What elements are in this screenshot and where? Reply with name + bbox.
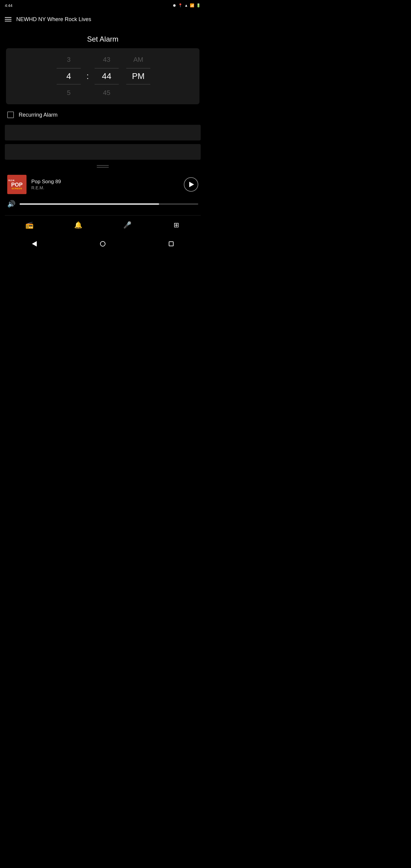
- status-icons: ⏺ 📍 ▲ 📶 🔋: [173, 3, 201, 7]
- status-bar: 4:44 ⏺ 📍 ▲ 📶 🔋: [0, 0, 205, 11]
- battery-icon: 🔋: [196, 3, 201, 7]
- mic-nav-icon: 🎤: [123, 221, 131, 229]
- home-button[interactable]: [97, 239, 108, 249]
- ampm-selected[interactable]: PM: [123, 68, 153, 84]
- recents-button[interactable]: [166, 239, 177, 249]
- minute-selected[interactable]: 44: [90, 68, 123, 84]
- radio-nav-item[interactable]: 📻: [20, 218, 38, 232]
- grid-nav-item[interactable]: ⊞: [167, 218, 185, 232]
- recurring-alarm-row[interactable]: Recurring Alarm: [5, 104, 201, 123]
- volume-icon: 🔊: [7, 200, 15, 208]
- ampm-below: [123, 85, 153, 101]
- volume-slider[interactable]: [20, 204, 198, 205]
- app-title: NEWHD NY Where Rock Lives: [16, 16, 91, 23]
- minute-below: 45: [90, 85, 123, 101]
- ampm-column[interactable]: AM PM: [123, 52, 153, 101]
- grid-nav-icon: ⊞: [173, 221, 179, 229]
- main-content: Set Alarm 3 4 5 : 43 44 45: [0, 28, 205, 235]
- system-nav: [0, 235, 205, 253]
- mic-nav-item[interactable]: 🎤: [118, 218, 136, 232]
- hour-selected[interactable]: 4: [52, 68, 85, 84]
- hour-column[interactable]: 3 4 5: [52, 52, 85, 101]
- alarm-label-input-2[interactable]: [5, 144, 201, 160]
- album-sub-text: SCREEN: [11, 187, 22, 190]
- signal-icon: 📶: [190, 3, 194, 7]
- alarm-label-input-1[interactable]: [5, 125, 201, 141]
- wifi-icon: ▲: [184, 3, 188, 7]
- volume-icon-wrap: 🔊: [7, 200, 15, 208]
- recents-icon: [169, 241, 173, 246]
- hour-above: 3: [52, 52, 85, 67]
- bottom-nav: 📻 🔔 🎤 ⊞: [5, 215, 201, 235]
- minute-column[interactable]: 43 44 45: [90, 52, 123, 101]
- album-art: R.E.M. POP SCREEN: [7, 175, 27, 194]
- time-colon: :: [85, 71, 90, 81]
- minute-above: 43: [90, 52, 123, 67]
- record-icon: ⏺: [173, 3, 176, 7]
- recurring-label: Recurring Alarm: [19, 112, 58, 118]
- track-artist: R.E.M.: [31, 185, 179, 190]
- track-info: Pop Song 89 R.E.M.: [31, 179, 179, 190]
- play-icon: [189, 182, 194, 187]
- volume-fill: [20, 204, 159, 205]
- track-title: Pop Song 89: [31, 179, 179, 185]
- menu-button[interactable]: [5, 17, 11, 22]
- status-time: 4:44: [5, 3, 12, 8]
- back-icon: [32, 241, 37, 247]
- drag-handle[interactable]: [5, 161, 201, 171]
- hour-below: 5: [52, 85, 85, 101]
- radio-nav-icon: 📻: [25, 221, 33, 229]
- page-title: Set Alarm: [5, 28, 201, 48]
- top-bar: NEWHD NY Where Rock Lives: [0, 11, 205, 28]
- location-icon: 📍: [178, 3, 183, 7]
- ampm-above: AM: [123, 52, 153, 67]
- recurring-checkbox[interactable]: [7, 112, 14, 118]
- volume-row: 🔊: [5, 198, 201, 210]
- album-artist-text: R.E.M.: [8, 179, 15, 181]
- album-main-text: POP: [11, 182, 23, 187]
- alarm-nav-icon: 🔔: [74, 221, 82, 229]
- now-playing-bar: R.E.M. POP SCREEN Pop Song 89 R.E.M.: [5, 171, 201, 198]
- back-button[interactable]: [29, 239, 40, 249]
- time-picker[interactable]: 3 4 5 : 43 44 45 AM PM: [6, 48, 199, 104]
- play-button[interactable]: [184, 177, 198, 192]
- alarm-nav-item[interactable]: 🔔: [69, 218, 87, 232]
- home-icon: [100, 241, 105, 247]
